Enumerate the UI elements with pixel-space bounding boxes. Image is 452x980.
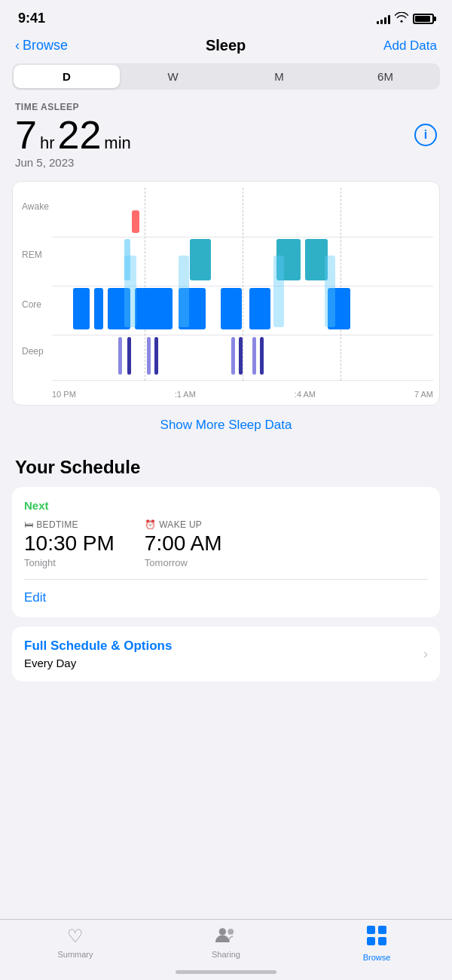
deep-bar-thin-3: [231, 337, 235, 375]
bedtime-label: 🛏 BEDTIME: [24, 519, 115, 530]
svg-point-1: [228, 929, 234, 935]
schedule-card: Next 🛏 BEDTIME 10:30 PM Tonight ⏰ WAKE U…: [12, 487, 440, 617]
time-label-3: :4 AM: [295, 390, 316, 399]
time-labels: 10 PM :1 AM :4 AM 7 AM: [52, 390, 433, 399]
core-bar-2: [94, 288, 103, 329]
chevron-left-icon: ‹: [15, 38, 20, 54]
full-schedule-sub: Every Day: [24, 657, 172, 669]
segment-d[interactable]: D: [14, 65, 120, 88]
segment-m[interactable]: M: [226, 65, 332, 88]
nav-bar: ‹ Browse Sleep Add Data: [0, 31, 452, 63]
schedule-title: Your Schedule: [0, 445, 452, 487]
next-label: Next: [24, 499, 428, 512]
core-bar-1: [73, 288, 90, 329]
heart-icon: ♡: [67, 926, 84, 947]
tab-sharing[interactable]: Sharing: [151, 926, 301, 962]
sleep-time: 7 hr 22 min: [15, 115, 131, 155]
svg-rect-5: [378, 937, 386, 945]
edit-button[interactable]: Edit: [24, 590, 428, 605]
battery-icon: [413, 14, 434, 24]
home-indicator: [176, 970, 276, 974]
time-label-1: 10 PM: [52, 390, 76, 399]
people-icon: [215, 926, 237, 947]
transition-bar-1: [124, 256, 136, 327]
time-label-2: :1 AM: [175, 390, 196, 399]
show-more-button[interactable]: Show More Sleep Data: [160, 418, 292, 432]
svg-point-0: [219, 928, 226, 935]
sleep-mins: 22: [57, 115, 101, 155]
sleep-label: TIME ASLEEP: [15, 102, 437, 112]
core-bar-6: [221, 288, 242, 329]
chevron-right-icon: ›: [423, 646, 428, 662]
status-time: 9:41: [18, 11, 45, 26]
sleep-stats: TIME ASLEEP 7 hr 22 min i Jun 5, 2023: [0, 102, 452, 175]
deep-bar-thin-4: [252, 337, 256, 375]
segment-control: D W M 6M: [12, 63, 440, 90]
page-title: Sleep: [206, 37, 246, 54]
add-data-button[interactable]: Add Data: [383, 38, 437, 54]
wakeup-value: 7:00 AM: [145, 531, 222, 556]
tab-sharing-label: Sharing: [212, 950, 240, 959]
deep-bar-thin-1: [118, 337, 122, 375]
chart-wrapper: Awake REM Core Deep: [13, 188, 439, 399]
schedule-times: 🛏 BEDTIME 10:30 PM Tonight ⏰ WAKE UP 7:0…: [24, 519, 428, 568]
deep-bar-3: [239, 337, 243, 375]
rem-label: REM: [22, 250, 42, 260]
segment-6m[interactable]: 6M: [332, 65, 438, 88]
sleep-hours: 7: [15, 115, 37, 155]
bedtime-sub: Tonight: [24, 557, 115, 568]
awake-bar-1: [132, 210, 139, 233]
core-label: Core: [22, 299, 41, 310]
svg-rect-2: [367, 926, 375, 934]
segment-w[interactable]: W: [120, 65, 226, 88]
full-schedule-card[interactable]: Full Schedule & Options Every Day ›: [12, 626, 440, 681]
dashed-line-2: [243, 188, 243, 381]
bed-icon: 🛏: [24, 519, 33, 530]
full-schedule-title: Full Schedule & Options: [24, 639, 172, 654]
full-schedule-content: Full Schedule & Options Every Day: [24, 639, 172, 669]
tab-summary[interactable]: ♡ Summary: [0, 926, 151, 962]
dashed-line-1: [145, 188, 145, 381]
wakeup-sub: Tomorrow: [145, 557, 222, 568]
grid-icon: [367, 926, 386, 950]
svg-rect-4: [367, 937, 375, 945]
dashed-line-3: [341, 188, 341, 381]
back-button[interactable]: ‹ Browse: [15, 38, 68, 54]
schedule-section: Your Schedule Next 🛏 BEDTIME 10:30 PM To…: [0, 445, 452, 697]
sleep-min-unit: min: [104, 133, 130, 153]
deep-label: Deep: [22, 346, 44, 357]
sleep-date: Jun 5, 2023: [15, 156, 437, 169]
svg-rect-3: [378, 926, 386, 934]
tab-summary-label: Summary: [57, 950, 93, 959]
sleep-chart: Awake REM Core Deep: [12, 181, 440, 406]
divider: [24, 579, 428, 580]
wifi-icon: [395, 12, 408, 25]
deep-bar-1: [127, 337, 131, 375]
status-bar: 9:41: [0, 0, 452, 31]
alarm-icon: ⏰: [145, 519, 156, 530]
info-button[interactable]: i: [414, 124, 437, 146]
deep-bar-2: [154, 337, 158, 375]
signal-icon: [377, 14, 390, 24]
sleep-hr-unit: hr: [40, 133, 55, 153]
core-bar-4: [135, 288, 173, 329]
tab-browse-label: Browse: [363, 953, 391, 962]
transition-bar-3: [273, 256, 284, 327]
rem-bar-1: [190, 239, 211, 280]
wakeup-label: ⏰ WAKE UP: [145, 519, 222, 530]
show-more-section: Show More Sleep Data: [0, 406, 452, 445]
time-label-4: 7 AM: [414, 390, 433, 399]
deep-bar-thin-2: [147, 337, 151, 375]
sleep-time-row: 7 hr 22 min i: [15, 115, 437, 155]
transition-bar-4: [325, 256, 335, 327]
awake-label: Awake: [22, 201, 49, 212]
deep-bar-4: [260, 337, 264, 375]
back-label: Browse: [23, 38, 68, 54]
wakeup-col: ⏰ WAKE UP 7:00 AM Tomorrow: [145, 519, 222, 568]
core-bar-7: [249, 288, 270, 329]
status-icons: [377, 12, 434, 25]
tab-browse[interactable]: Browse: [301, 926, 452, 962]
bedtime-col: 🛏 BEDTIME 10:30 PM Tonight: [24, 519, 115, 568]
transition-bar-2: [179, 256, 189, 327]
bedtime-value: 10:30 PM: [24, 531, 115, 556]
